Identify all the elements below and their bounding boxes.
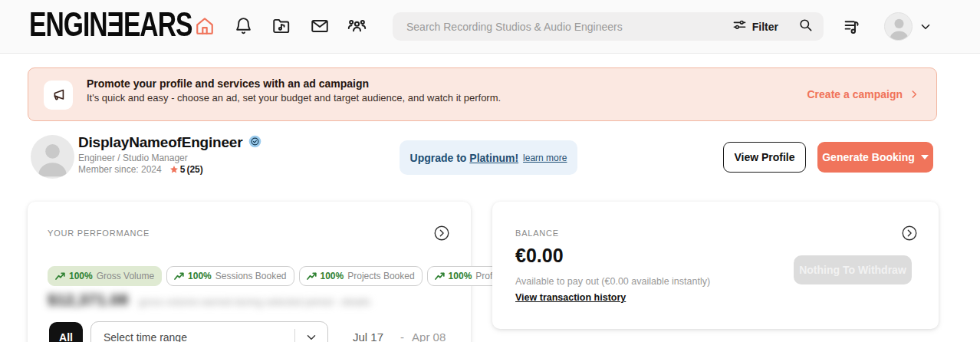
profile-display-name: DisplayNameofEngineer [78, 134, 242, 151]
notifications-bell-icon[interactable] [233, 15, 254, 36]
performance-card-title: YOUR PERFORMANCE [48, 229, 150, 238]
balance-card: BALANCE €0.00 Available to pay out (€0.0… [492, 202, 939, 329]
search-bar: Filter [393, 12, 824, 41]
generate-booking-button[interactable]: Generate Booking [817, 142, 933, 173]
profile-member-since: Member since: 2024 5 (25) [78, 164, 203, 175]
select-divider [294, 329, 295, 342]
metric-label: Sessions Booked [215, 271, 287, 281]
metric-label: Projects Booked [347, 271, 414, 281]
member-since-text: Member since: 2024 [78, 164, 162, 175]
metric-pct: 100% [449, 271, 472, 281]
banner-title: Promote your profile and services with a… [87, 77, 501, 90]
learn-more-link[interactable]: learn more [523, 153, 567, 163]
profile-avatar[interactable] [31, 135, 74, 179]
upgrade-platinum-banner[interactable]: Upgrade to Platinum! learn more [400, 140, 577, 175]
all-time-filter-button[interactable]: All [49, 322, 83, 342]
trend-up-icon [55, 272, 65, 281]
balance-card-title: BALANCE [515, 229, 559, 238]
metric-pct: 100% [321, 271, 344, 281]
home-icon[interactable] [194, 15, 215, 36]
megaphone-icon [44, 81, 73, 110]
balance-amount: €0.00 [515, 245, 564, 267]
chevron-down-icon [304, 330, 318, 342]
redacted-earnings: $12,371.08 gross volume earned during se… [48, 291, 370, 309]
create-campaign-label: Create a campaign [807, 88, 903, 100]
profile-name-row: DisplayNameofEngineer [78, 134, 261, 151]
time-range-placeholder: Select time range [104, 331, 294, 342]
verified-badge-icon [248, 135, 261, 151]
music-queue-icon[interactable] [842, 16, 863, 37]
search-icon[interactable] [798, 18, 813, 35]
trend-up-icon [307, 272, 317, 281]
messages-mail-icon[interactable] [309, 15, 330, 36]
create-campaign-link[interactable]: Create a campaign [807, 68, 920, 120]
balance-expand-icon[interactable] [902, 225, 917, 241]
dashboard-page: ENGINƎEARS [0, 0, 980, 342]
view-profile-button[interactable]: View Profile [723, 142, 806, 173]
view-transaction-history-link[interactable]: View transaction history [515, 292, 626, 303]
upgrade-text: Upgrade to Platinum! [410, 152, 519, 164]
trend-up-icon [435, 272, 445, 281]
metric-pct: 100% [188, 271, 212, 281]
filter-sliders-icon [732, 18, 747, 35]
account-menu-chevron-icon[interactable] [919, 20, 932, 37]
withdraw-button-disabled[interactable]: Nothing To Withdraw [794, 255, 912, 284]
time-range-controls: All Select time range Jul 17 - Apr 08 [49, 321, 446, 342]
ad-campaign-banner: Promote your profile and services with a… [28, 67, 937, 121]
time-range-select[interactable]: Select time range [90, 321, 328, 342]
star-icon [169, 165, 179, 174]
search-input[interactable] [406, 21, 732, 33]
rating-count: (25) [186, 164, 202, 175]
platinum-link[interactable]: Platinum! [469, 152, 518, 164]
metric-pct: 100% [69, 271, 93, 281]
performance-metric-pills: 100% Gross Volume 100% Sessions Booked 1… [48, 266, 534, 286]
community-people-icon[interactable] [347, 15, 367, 36]
user-avatar[interactable] [884, 12, 913, 41]
performance-card: YOUR PERFORMANCE 100% Gross Volume 100% … [28, 202, 471, 342]
date-range-end[interactable]: Apr 08 [412, 330, 446, 342]
rating-value: 5 [180, 164, 186, 175]
balance-availability: Available to pay out (€0.00 available in… [515, 276, 710, 287]
performance-expand-icon[interactable] [434, 225, 449, 241]
redacted-amount: $12,371.08 [48, 291, 128, 309]
banner-subtitle: It's quick and easy - choose an ad, set … [87, 92, 501, 104]
date-range-start[interactable]: Jul 17 [353, 330, 383, 342]
profile-role: Engineer / Studio Manager [78, 153, 188, 163]
trend-up-icon [174, 272, 184, 281]
filter-label: Filter [752, 21, 778, 33]
engineears-logo[interactable]: ENGINƎEARS [29, 5, 192, 44]
profile-rating: 5 (25) [169, 164, 203, 175]
generate-booking-label: Generate Booking [822, 151, 915, 163]
metric-pill-sessions-booked[interactable]: 100% Sessions Booked [166, 266, 294, 286]
metric-pill-gross-volume[interactable]: 100% Gross Volume [48, 266, 162, 286]
date-range-separator: - [400, 330, 404, 342]
metric-pill-projects-booked[interactable]: 100% Projects Booked [299, 266, 423, 286]
banner-text: Promote your profile and services with a… [87, 77, 501, 104]
top-navbar: ENGINƎEARS [0, 0, 980, 54]
filter-button[interactable]: Filter [732, 18, 778, 35]
metric-label: Gross Volume [97, 271, 154, 281]
chevron-right-icon [909, 89, 919, 100]
redacted-caption: gross volume earned during selected peri… [139, 296, 370, 307]
projects-folder-music-icon[interactable] [271, 15, 291, 36]
dropdown-caret-icon [921, 155, 929, 159]
